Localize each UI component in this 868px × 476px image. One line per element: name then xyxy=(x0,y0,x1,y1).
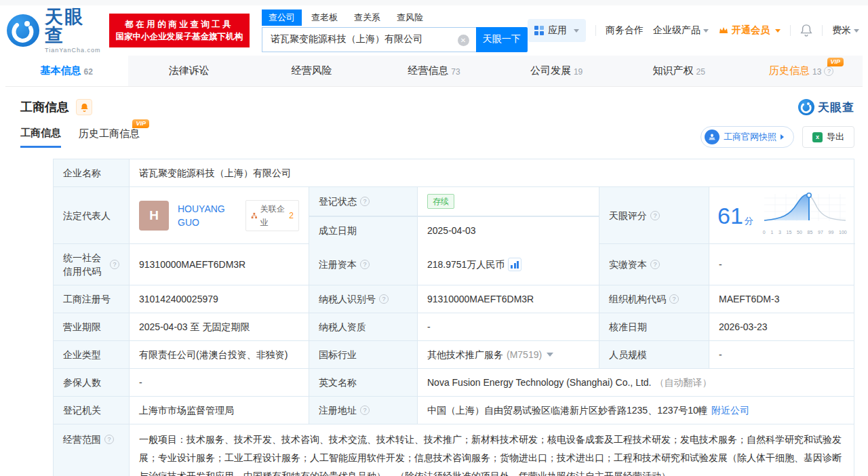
term-label: 营业期限 xyxy=(54,313,130,341)
tab-label: 经营风险 xyxy=(291,64,332,77)
search-button[interactable]: 天眼一下 xyxy=(476,27,528,52)
score-label: 天眼评分 xyxy=(609,209,647,222)
help-icon[interactable]: ? xyxy=(360,197,370,206)
table-row: 登记机关 上海市市场监督管理局 注册地址 ? 中国（上海）自由贸易试验区临港新片… xyxy=(54,397,854,424)
help-icon[interactable]: ? xyxy=(360,260,370,269)
arrow-right-icon xyxy=(781,134,784,140)
legal-rep-label: 法定代表人 xyxy=(54,187,130,244)
tab-label: 经营信息 xyxy=(408,64,448,77)
paid-capital-value: - xyxy=(709,244,854,285)
help-icon[interactable]: ? xyxy=(650,211,660,220)
tianyancha-logo[interactable]: 天眼查 TianYanCha.com xyxy=(7,8,101,54)
scope-label-cell: 经营范围 ? xyxy=(54,424,130,476)
promo-line-1: 都在用的商业查询工具 xyxy=(116,18,243,31)
reg-number-value: 310142400025979 xyxy=(130,285,309,313)
export-button[interactable]: x 导出 xyxy=(802,126,854,148)
table-row: 参保人数 - 英文名称 Nova Fusion Energy Technolog… xyxy=(54,369,854,397)
promo-line-2: 国家中小企业发展子基金旗下机构 xyxy=(116,31,243,43)
english-name-label: 英文名称 xyxy=(309,369,418,397)
official-snapshot-button[interactable]: 工商官网快照 xyxy=(701,126,794,148)
legal-rep-name-link[interactable]: HOUYANG GUO xyxy=(178,202,238,229)
tab-history-info[interactable]: VIP 历史信息 13 ? xyxy=(740,56,863,86)
watermark-text: 天眼查 xyxy=(818,100,854,115)
brand-name: 天眼查 xyxy=(45,8,101,45)
apps-grid-icon xyxy=(534,26,544,35)
search-tab-company[interactable]: 查公司 xyxy=(262,9,302,26)
help-icon[interactable]: ? xyxy=(104,435,114,444)
reg-number-label: 工商注册号 xyxy=(54,285,130,313)
search-tab-boss[interactable]: 查老板 xyxy=(304,9,344,26)
subtab-history-business-info[interactable]: VIP 历史工商信息 xyxy=(79,127,140,146)
tab-business-info[interactable]: 经营信息 73 xyxy=(373,56,496,86)
tab-business-risk[interactable]: 经营风险 xyxy=(250,56,373,86)
org-network-icon xyxy=(251,212,258,220)
search-input[interactable] xyxy=(262,28,476,52)
taxpayer-id-value: 91310000MAEFT6DM3R xyxy=(418,285,599,313)
table-row: 企业类型 有限责任公司(港澳台投资、非独资) 国标行业 其他技术推广服务 (M7… xyxy=(54,341,854,369)
help-icon[interactable]: ? xyxy=(650,260,660,269)
staff-size-value: - xyxy=(709,341,854,369)
apps-label: 应用 xyxy=(548,24,567,37)
capital-trend-icon[interactable] xyxy=(508,258,521,271)
help-icon[interactable]: ? xyxy=(379,294,389,304)
section-title: 工商信息 xyxy=(20,99,69,115)
help-icon[interactable]: ? xyxy=(824,66,833,76)
table-row: 营业期限 2025-04-03 至 无固定期限 纳税人资质 - 核准日期 202… xyxy=(54,313,854,341)
subtab-label: 历史工商信息 xyxy=(79,127,140,139)
search-tab-risk[interactable]: 查风险 xyxy=(390,9,430,26)
avatar[interactable]: H xyxy=(139,201,169,231)
apps-menu[interactable]: 应用 xyxy=(528,19,586,42)
help-icon[interactable]: ? xyxy=(360,405,370,415)
term-value: 2025-04-03 至 无固定期限 xyxy=(130,313,309,341)
tab-legal-proceedings[interactable]: 法律诉讼 xyxy=(128,56,251,86)
chevron-down-icon[interactable] xyxy=(547,353,553,357)
search-tab-relation[interactable]: 查关系 xyxy=(347,9,387,26)
nav-cooperation[interactable]: 商务合作 xyxy=(606,24,644,37)
company-type-label: 企业类型 xyxy=(54,341,130,369)
tab-label: 公司发展 xyxy=(530,64,571,77)
insured-label: 参保人数 xyxy=(54,369,130,397)
reg-authority-value: 上海市市场监督管理局 xyxy=(130,397,309,424)
uscc-label-cell: 统一社会信用代码 ? xyxy=(54,244,130,285)
nav-open-vip[interactable]: 开通会员 xyxy=(718,24,781,37)
approve-date-value: 2026-03-23 xyxy=(709,313,854,341)
tianyancha-logo-icon xyxy=(7,14,39,47)
tianyancha-watermark-icon xyxy=(798,99,814,115)
tianyancha-watermark: 天眼查 xyxy=(798,99,854,115)
uscc-value: 91310000MAEFT6DM3R xyxy=(130,244,309,285)
score-value: 61分 xyxy=(716,204,753,227)
help-icon[interactable]: ? xyxy=(110,260,119,269)
tab-count: 73 xyxy=(451,67,460,77)
user-menu[interactable]: 费米 xyxy=(832,24,859,37)
english-name-value: Nova Fusion Energy Technology (Shanghai)… xyxy=(427,376,652,389)
nav-open-vip-label: 开通会员 xyxy=(732,24,770,37)
monitor-bell-button[interactable] xyxy=(76,99,92,115)
tab-count: 62 xyxy=(84,67,93,77)
industry-label: 国标行业 xyxy=(309,341,418,369)
table-row: 企业名称 诺瓦聚变能源科技（上海）有限公司 xyxy=(54,159,854,187)
tab-label: 法律诉讼 xyxy=(169,64,210,77)
nav-enterprise[interactable]: 企业级产品 xyxy=(653,24,709,37)
help-icon[interactable]: ? xyxy=(669,294,679,304)
tab-company-development[interactable]: 公司发展 19 xyxy=(495,56,618,86)
reg-capital-cell: 218.9751万人民币 xyxy=(418,244,599,285)
nearby-companies-link[interactable]: 附近公司 xyxy=(711,403,749,417)
table-row: 统一社会信用代码 ? 91310000MAEFT6DM3R 注册资本 ? 218… xyxy=(54,244,854,285)
org-code-value: MAEFT6DM-3 xyxy=(709,285,854,313)
status-date-subtable: 登记状态 ? 存续 成立日期 2025-04-03 xyxy=(309,187,599,244)
chevron-down-icon xyxy=(703,29,709,33)
subtab-business-info[interactable]: 工商信息 xyxy=(20,127,61,148)
legal-rep-cell: H HOUYANG GUO 关联企业 2 xyxy=(130,187,309,244)
chevron-down-icon xyxy=(854,29,859,33)
nav-divider xyxy=(790,25,791,36)
score-chart-axis: 0131550859799100 xyxy=(762,226,848,239)
related-companies-badge[interactable]: 关联企业 2 xyxy=(245,200,299,231)
notification-bell-icon[interactable] xyxy=(800,24,812,37)
reg-authority-label: 登记机关 xyxy=(54,397,130,424)
reg-capital-label: 注册资本 xyxy=(319,258,357,271)
clear-search-icon[interactable]: ✕ xyxy=(458,35,469,46)
address-label: 注册地址 xyxy=(319,403,357,417)
tab-count: 25 xyxy=(696,67,705,77)
tab-intellectual-property[interactable]: 知识产权 25 xyxy=(618,56,741,86)
tab-basic-info[interactable]: 基本信息 62 xyxy=(5,56,128,86)
